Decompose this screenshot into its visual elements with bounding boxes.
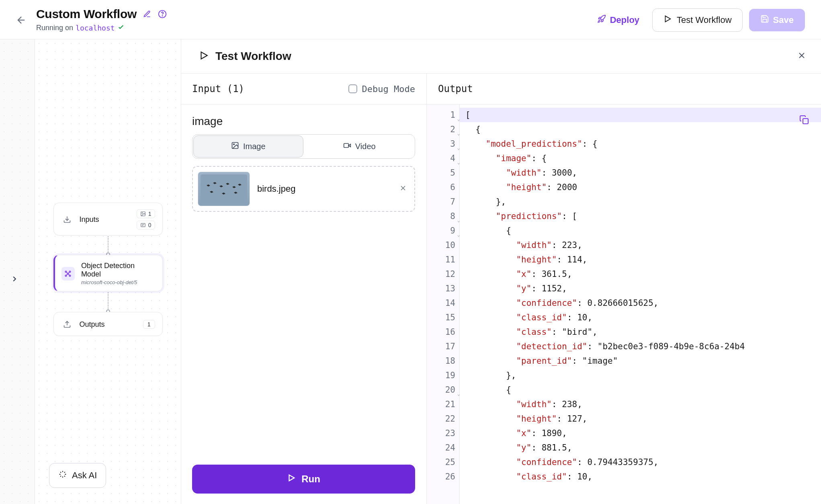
file-name: birds.jpeg bbox=[257, 184, 295, 194]
tab-video-label: Video bbox=[355, 142, 376, 151]
save-icon bbox=[760, 14, 769, 26]
sparkle-icon bbox=[58, 470, 67, 481]
code-gutter: 1⌄2⌄3⌄4⌄5678⌄9⌄1011121314151617181920⌄21… bbox=[427, 104, 460, 504]
test-workflow-button[interactable]: Test Workflow bbox=[652, 8, 743, 32]
node-outputs[interactable]: Outputs 1 bbox=[53, 312, 163, 336]
svg-rect-6 bbox=[141, 223, 145, 227]
debug-mode-toggle[interactable]: Debug Mode bbox=[348, 84, 415, 94]
input-title: Input (1) bbox=[192, 83, 244, 94]
upload-icon bbox=[61, 318, 73, 330]
page-title: Custom Workflow bbox=[36, 7, 137, 21]
rocket-icon bbox=[597, 14, 606, 26]
expand-sidebar-button[interactable] bbox=[7, 272, 22, 286]
svg-line-15 bbox=[68, 272, 70, 273]
debug-checkbox[interactable] bbox=[348, 84, 357, 93]
run-button[interactable]: Run bbox=[192, 465, 415, 494]
node-outputs-label: Outputs bbox=[80, 320, 105, 329]
outputs-count-badge: 1 bbox=[143, 320, 155, 329]
svg-point-12 bbox=[70, 275, 71, 276]
play-icon bbox=[199, 50, 209, 62]
svg-point-10 bbox=[70, 271, 71, 272]
svg-rect-28 bbox=[803, 119, 808, 124]
video-icon bbox=[343, 141, 351, 152]
save-button[interactable]: Save bbox=[749, 9, 805, 31]
node-inputs[interactable]: Inputs 1 0 bbox=[53, 203, 163, 236]
svg-rect-24 bbox=[344, 143, 349, 148]
svg-point-9 bbox=[66, 271, 67, 272]
tab-image[interactable]: Image bbox=[193, 135, 303, 158]
svg-point-5 bbox=[142, 213, 143, 213]
node-inputs-label: Inputs bbox=[80, 215, 99, 224]
play-icon bbox=[287, 473, 296, 485]
test-label: Test Workflow bbox=[677, 15, 732, 25]
deploy-label: Deploy bbox=[610, 15, 639, 25]
svg-marker-19 bbox=[201, 52, 207, 59]
tab-video[interactable]: Video bbox=[305, 135, 414, 158]
svg-line-17 bbox=[68, 274, 70, 275]
svg-marker-2 bbox=[665, 16, 671, 22]
field-label-image: image bbox=[192, 115, 415, 128]
deploy-button[interactable]: Deploy bbox=[591, 11, 646, 29]
node-model[interactable]: Object Detection Model microsoft-coco-ob… bbox=[53, 255, 163, 291]
text-count-badge: 0 bbox=[137, 221, 155, 229]
model-icon bbox=[61, 267, 75, 281]
image-icon bbox=[231, 141, 239, 152]
check-icon bbox=[117, 23, 125, 33]
file-dropzone[interactable]: birds.jpeg bbox=[192, 166, 415, 212]
test-panel-title: Test Workflow bbox=[215, 50, 291, 63]
svg-point-11 bbox=[66, 275, 67, 276]
edit-icon[interactable] bbox=[142, 9, 152, 19]
debug-label: Debug Mode bbox=[362, 84, 415, 94]
svg-line-16 bbox=[66, 274, 68, 275]
close-button[interactable] bbox=[797, 51, 807, 62]
back-button[interactable] bbox=[15, 14, 27, 26]
svg-line-14 bbox=[66, 272, 68, 273]
node-model-label: Object Detection Model bbox=[81, 262, 155, 279]
file-thumbnail bbox=[198, 172, 250, 206]
tab-image-label: Image bbox=[243, 142, 266, 151]
host-label: localhost bbox=[76, 24, 115, 32]
download-icon bbox=[61, 213, 73, 225]
svg-point-1 bbox=[162, 16, 162, 16]
svg-point-23 bbox=[233, 144, 235, 145]
svg-marker-27 bbox=[289, 475, 295, 481]
svg-point-13 bbox=[68, 273, 69, 274]
play-icon bbox=[663, 14, 672, 26]
copy-button[interactable] bbox=[798, 113, 811, 126]
ask-ai-button[interactable]: Ask AI bbox=[49, 463, 106, 488]
save-label: Save bbox=[773, 15, 794, 25]
image-count-badge: 1 bbox=[137, 209, 155, 218]
run-label: Run bbox=[301, 473, 320, 485]
code-output: [ { "model_predictions": { "image": { "w… bbox=[460, 104, 821, 504]
ask-ai-label: Ask AI bbox=[72, 470, 97, 481]
remove-file-button[interactable] bbox=[397, 182, 409, 196]
output-title: Output bbox=[427, 74, 821, 104]
node-model-sublabel: microsoft-coco-obj-det/5 bbox=[81, 279, 155, 285]
help-icon[interactable] bbox=[158, 9, 167, 19]
running-on-label: Running on bbox=[36, 24, 73, 32]
